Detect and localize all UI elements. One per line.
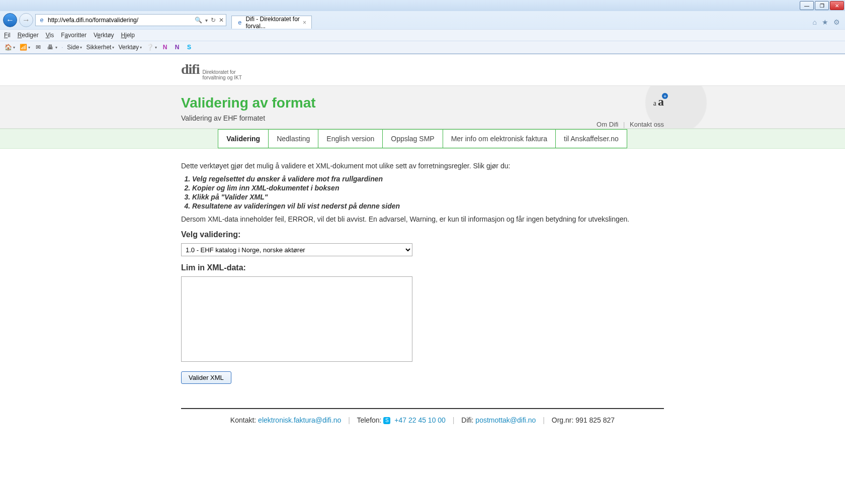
stop-icon[interactable]: ✕	[219, 17, 224, 24]
footer-telefon[interactable]: +47 22 45 10 00	[394, 416, 446, 424]
validering-select[interactable]: 1.0 - EHF katalog i Norge, norske aktøre…	[181, 243, 412, 256]
tab-english[interactable]: English version	[318, 130, 383, 148]
step-1: Velg regelsettet du ønsker å validere mo…	[192, 175, 664, 183]
ie-page-icon: e	[38, 16, 46, 24]
dropdown-icon[interactable]: ▾	[205, 18, 208, 23]
help-button[interactable]: ❔▾	[146, 43, 157, 51]
window-titlebar: — ❐ ✕	[0, 0, 845, 11]
menu-rediger[interactable]: Rediger	[18, 32, 39, 39]
select-label: Velg validering:	[181, 230, 664, 239]
verktoy-menu[interactable]: Verktøy ▾	[118, 44, 142, 51]
menu-hjelp[interactable]: Hjelp	[121, 32, 135, 39]
valider-xml-button[interactable]: Valider XML	[181, 371, 231, 384]
steps-list: Velg regelsettet du ønsker å validere mo…	[192, 175, 664, 210]
browser-toolbar: 🏠▾ 📶▾ ✉ 🖶▾ · Side ▾ Sikkerhet ▾ Verktøy …	[0, 41, 845, 54]
skype-icon[interactable]: S	[185, 43, 193, 51]
page: difi Direktoratet forforvaltning og IKT …	[0, 54, 845, 431]
main-content: Dette verktøyet gjør det mulig å valider…	[181, 149, 664, 393]
header-links: Om Difi | Kontakt oss	[597, 121, 664, 128]
browser-tab-active[interactable]: e Difi - Direktoratet for forval... ×	[231, 16, 312, 29]
menu-fil[interactable]: Fil	[4, 32, 11, 39]
logo-text: difi	[181, 61, 199, 77]
nav-tabs: Validering Nedlasting English version Op…	[218, 129, 627, 148]
footer: Kontakt: elektronisk.faktura@difi.no | T…	[181, 409, 664, 431]
difi-logo[interactable]: difi Direktoratet forforvaltning og IKT	[181, 61, 664, 80]
footer-kontakt-label: Kontakt:	[230, 416, 256, 424]
tab-anskaffelser[interactable]: til Anskaffelser.no	[556, 130, 627, 148]
footer-telefon-label: Telefon:	[357, 416, 381, 424]
addon-n1-icon[interactable]: N	[161, 43, 169, 51]
browser-right-icons: ⌂ ★ ⚙	[813, 18, 845, 26]
link-kontakt-oss[interactable]: Kontakt oss	[630, 121, 664, 128]
tab-nedlasting[interactable]: Nedlasting	[269, 130, 318, 148]
validering-select-row: 1.0 - EHF katalog i Norge, norske aktøre…	[181, 243, 412, 256]
xml-label: Lim in XML-data:	[181, 263, 664, 272]
forward-button[interactable]: →	[19, 13, 33, 27]
page-subtitle: Validering av EHF formatet	[181, 114, 664, 122]
address-bar-controls: 🔍 ▾ ↻ ✕	[195, 17, 224, 24]
favorites-icon[interactable]: ★	[822, 18, 828, 26]
tab-close-icon[interactable]: ×	[303, 19, 306, 26]
back-button[interactable]: ←	[3, 13, 17, 27]
tab-oppslag-smp[interactable]: Oppslag SMP	[383, 130, 443, 148]
link-om-difi[interactable]: Om Difi	[597, 121, 618, 128]
url-input[interactable]	[48, 17, 193, 24]
footer-kontakt-email[interactable]: elektronisk.faktura@difi.no	[258, 416, 341, 424]
step-3: Klikk på "Valider XML"	[192, 193, 664, 201]
text-size-large[interactable]: a	[658, 95, 664, 108]
footer-difi-label: Difi:	[461, 416, 473, 424]
browser-menubar: Fil Rediger Vis Favoritter Verktøy Hjelp	[0, 29, 845, 41]
addon-n2-icon[interactable]: N	[173, 43, 181, 51]
tab-title: Difi - Direktoratet for forval...	[245, 16, 300, 30]
step-2: Kopier og lim inn XML-dokumentet i bokse…	[192, 184, 664, 192]
skype-icon: S	[383, 417, 390, 424]
ie-page-icon: e	[237, 19, 242, 27]
feeds-button[interactable]: 📶▾	[19, 43, 30, 51]
header-right: a a Om Difi | Kontakt oss	[597, 95, 664, 128]
side-menu[interactable]: Side ▾	[67, 44, 82, 51]
maximize-button[interactable]: ❐	[815, 1, 829, 10]
footer-difi-email[interactable]: postmottak@difi.no	[475, 416, 536, 424]
footer-orgnr-label: Org.nr:	[552, 416, 574, 424]
menu-verktoy[interactable]: Verktøy	[94, 32, 114, 39]
home-icon[interactable]: ⌂	[813, 18, 817, 26]
close-button[interactable]: ✕	[830, 1, 844, 10]
menu-favoritter[interactable]: Favoritter	[61, 32, 87, 39]
tools-icon[interactable]: ⚙	[833, 18, 840, 26]
tab-mer-info[interactable]: Mer info om elektronisk faktura	[443, 130, 556, 148]
print-button[interactable]: 🖶▾	[46, 43, 57, 51]
nav-band: Validering Nedlasting English version Op…	[0, 129, 845, 149]
text-size-small[interactable]: a	[653, 99, 656, 107]
address-bar[interactable]: e 🔍 ▾ ↻ ✕	[35, 14, 226, 26]
logo-subtitle: Direktoratet forforvaltning og IKT	[202, 69, 241, 80]
intro-text: Dette verktøyet gjør det mulig å valider…	[181, 162, 664, 170]
note-text: Dersom XML-data inneholder feil, ERROR, …	[181, 215, 664, 223]
step-4: Resultatene av valideringen vil bli vist…	[192, 202, 664, 210]
home-button[interactable]: 🏠▾	[4, 43, 15, 51]
logo-row: difi Direktoratet forforvaltning og IKT	[181, 54, 664, 85]
menu-vis[interactable]: Vis	[46, 32, 54, 39]
browser-chrome: — ❐ ✕ ← → e 🔍 ▾ ↻ ✕ e Difi - Direktorate…	[0, 0, 845, 54]
mail-button[interactable]: ✉	[34, 43, 42, 51]
footer-orgnr: 991 825 827	[575, 416, 615, 424]
minimize-button[interactable]: —	[800, 1, 814, 10]
tab-validering[interactable]: Validering	[218, 130, 269, 148]
refresh-icon[interactable]: ↻	[211, 17, 216, 24]
text-size-control[interactable]: a a	[597, 95, 664, 109]
xml-textarea[interactable]	[181, 276, 412, 362]
search-icon[interactable]: 🔍	[195, 17, 202, 24]
sikkerhet-menu[interactable]: Sikkerhet ▾	[86, 44, 114, 51]
page-header: Validering av format Validering av EHF f…	[0, 85, 845, 129]
page-title: Validering av format	[181, 95, 664, 111]
